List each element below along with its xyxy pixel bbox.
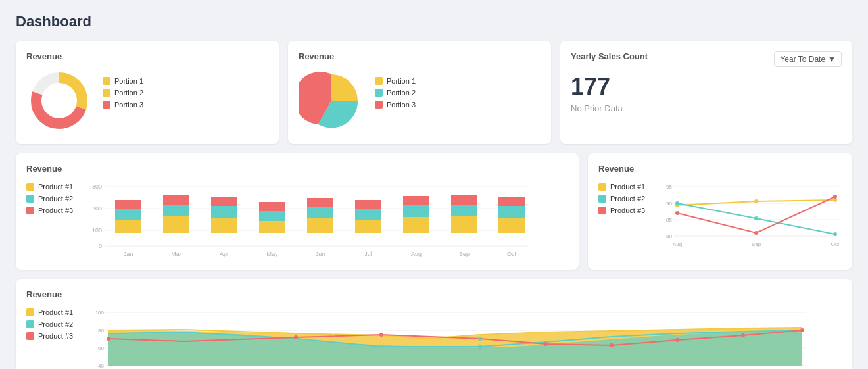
pie-chart: [299, 68, 364, 134]
area-dot-p3: [26, 332, 34, 340]
svg-rect-21: [259, 221, 285, 233]
svg-point-81: [610, 343, 614, 347]
area-revenue-card: Revenue Product #1 Product #2 Product #3: [16, 279, 852, 369]
pie-legend-label-p2: Portion 2: [387, 89, 416, 97]
ls-dot-p2: [598, 195, 606, 203]
svg-text:Jun: Jun: [316, 251, 326, 257]
bar-revenue-card: Revenue Product #1 Product #2 Product #3: [16, 153, 579, 270]
ls-label-p3: Product #3: [610, 207, 645, 214]
donut-card-title: Revenue: [26, 51, 92, 61]
area-legend-p3: Product #3: [26, 332, 79, 340]
svg-point-3: [43, 84, 76, 117]
svg-rect-36: [498, 218, 525, 233]
svg-text:Oct: Oct: [831, 241, 840, 247]
ls-label-p2: Product #2: [610, 195, 645, 203]
svg-text:300: 300: [92, 184, 102, 190]
svg-point-79: [478, 337, 482, 341]
legend-label-portion1: Portion 1: [114, 77, 143, 85]
svg-text:Sep: Sep: [752, 241, 761, 247]
svg-point-85: [478, 345, 482, 349]
svg-point-76: [107, 337, 110, 341]
svg-point-83: [741, 333, 745, 337]
svg-point-59: [675, 201, 679, 205]
legend-label-portion2: Portion 2: [114, 89, 143, 97]
svg-rect-31: [403, 205, 429, 217]
svg-text:80: 80: [666, 234, 672, 239]
svg-text:90: 90: [666, 201, 672, 207]
svg-point-80: [544, 342, 548, 346]
bar-leg-dot-p1: [26, 183, 34, 191]
ls-legend-p1: Product #1: [598, 183, 651, 191]
svg-rect-13: [115, 209, 141, 220]
pie-legend-dot-p1: [375, 77, 383, 85]
svg-text:Sep: Sep: [459, 251, 470, 257]
svg-text:100: 100: [92, 227, 102, 234]
ls-dot-p3: [598, 207, 606, 214]
stats-dropdown-label: Year To Date: [780, 55, 825, 64]
svg-point-77: [294, 335, 298, 339]
svg-point-61: [833, 232, 837, 236]
line-small-legend: Product #1 Product #2 Product #3: [598, 180, 651, 214]
svg-rect-29: [355, 200, 381, 209]
svg-text:95: 95: [666, 184, 672, 190]
bar-legend-p3: Product #3: [26, 207, 79, 214]
svg-point-57: [754, 199, 758, 203]
stats-card-title: Yearly Sales Count: [571, 51, 648, 61]
stats-dropdown[interactable]: Year To Date ▼: [774, 51, 842, 67]
area-label-p2: Product #2: [38, 320, 73, 328]
stats-value: 177: [571, 73, 842, 101]
line-small-revenue-card: Revenue Product #1 Product #2 Product #3: [588, 153, 852, 270]
legend-item-portion2: Portion 2: [103, 89, 143, 97]
line-small-card-title: Revenue: [598, 164, 842, 174]
bar-leg-dot-p3: [26, 207, 34, 214]
bar-leg-label-p2: Product #2: [38, 195, 73, 203]
area-legend-p2: Product #2: [26, 320, 79, 328]
legend-item-portion3: Portion 3: [103, 101, 143, 109]
svg-text:Mar: Mar: [171, 251, 181, 257]
legend-label-portion3: Portion 3: [114, 101, 143, 109]
area-chart: 100 80 60 40: [85, 306, 809, 369]
bar-leg-label-p3: Product #3: [38, 207, 73, 214]
page-title: Dashboard: [16, 13, 852, 30]
svg-rect-16: [163, 205, 189, 216]
area-dot-p2: [26, 320, 34, 328]
svg-rect-26: [307, 198, 333, 207]
svg-text:60: 60: [98, 345, 104, 351]
svg-point-63: [754, 231, 758, 235]
svg-text:85: 85: [666, 217, 672, 223]
yearly-sales-card: Yearly Sales Count Year To Date ▼ 177 No…: [560, 41, 852, 144]
svg-rect-19: [211, 206, 237, 218]
svg-rect-30: [403, 217, 429, 233]
svg-text:Jan: Jan: [124, 251, 133, 257]
svg-text:0: 0: [99, 243, 102, 249]
svg-text:Jul: Jul: [364, 251, 372, 257]
pie-legend-dot-p2: [375, 89, 383, 97]
pie-card-title: Revenue: [299, 51, 364, 61]
svg-text:Oct: Oct: [507, 251, 517, 257]
legend-item-portion1: Portion 1: [103, 77, 143, 85]
bar-leg-dot-p2: [26, 195, 34, 203]
svg-point-84: [800, 328, 804, 332]
ls-legend-p3: Product #3: [598, 207, 651, 214]
area-label-p3: Product #3: [38, 332, 73, 340]
ls-dot-p1: [598, 183, 606, 191]
svg-rect-23: [259, 202, 285, 211]
svg-point-60: [754, 216, 758, 220]
line-small-chart: 95 90 85 80: [658, 180, 842, 253]
ls-label-p1: Product #1: [610, 183, 645, 191]
svg-rect-22: [259, 211, 285, 221]
ls-legend-p2: Product #2: [598, 195, 651, 203]
donut-chart: [26, 68, 92, 134]
svg-text:Apr: Apr: [220, 251, 229, 257]
legend-dot-portion1: [103, 77, 110, 85]
legend-dot-portion3: [103, 101, 110, 109]
bar-chart: 300 200 100 0: [85, 180, 533, 259]
pie-legend-label-p1: Portion 1: [387, 77, 416, 85]
pie-legend-item-portion1: Portion 1: [375, 77, 416, 85]
bar-leg-label-p1: Product #1: [38, 183, 73, 191]
stats-sub: No Prior Data: [571, 103, 842, 113]
svg-rect-37: [498, 206, 525, 218]
donut-legend: Portion 1 Portion 2 Portion 3: [103, 77, 143, 109]
pie-legend: Portion 1 Portion 2 Portion 3: [375, 77, 416, 109]
svg-rect-17: [163, 195, 189, 205]
